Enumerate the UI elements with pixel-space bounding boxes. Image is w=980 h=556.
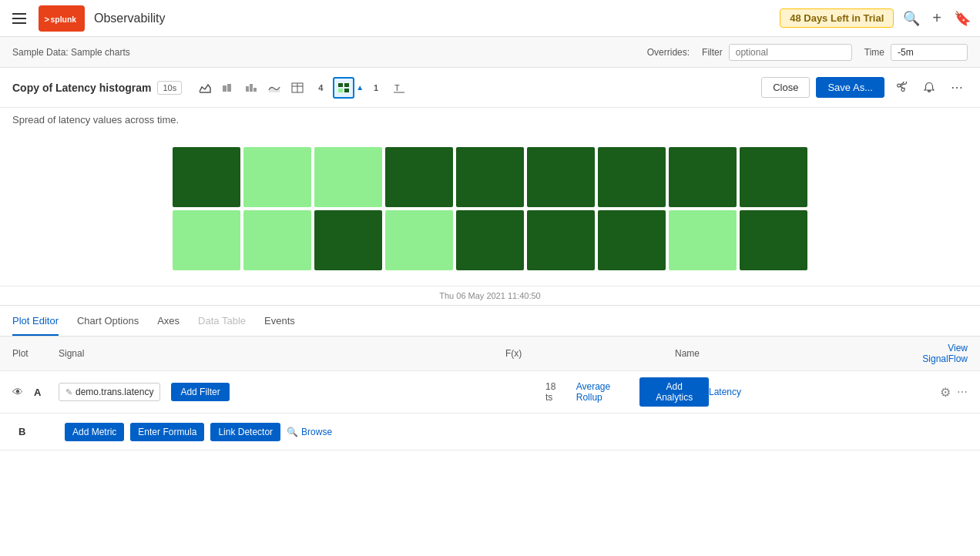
subtitle-bar: Sample Data: Sample charts Overrides: Fi…	[0, 37, 980, 68]
chart-title: Copy of Latency histogram	[12, 82, 151, 94]
view-signalflow-link[interactable]: View SignalFlow	[906, 343, 968, 364]
tab-events[interactable]: Events	[264, 309, 295, 336]
heatmap-cell-1-2[interactable]	[314, 210, 382, 270]
chart-type-num4[interactable]: 4	[310, 77, 331, 99]
search-icon: 🔍	[287, 427, 298, 437]
chart-type-bar[interactable]	[240, 77, 262, 99]
filter-input[interactable]	[729, 44, 852, 61]
tab-chart-options[interactable]: Chart Options	[77, 309, 139, 336]
heatmap-cell-1-8[interactable]	[740, 210, 807, 270]
chart-description: Spread of latency values across time.	[0, 108, 980, 132]
visibility-toggle-a[interactable]: 👁	[12, 386, 23, 398]
settings-icon-a[interactable]: ⚙	[940, 385, 951, 400]
chart-type-text[interactable]: T	[388, 77, 410, 99]
svg-rect-11	[344, 83, 349, 87]
signal-name-a[interactable]: Latency	[709, 387, 741, 397]
save-as-button[interactable]: Save As...	[816, 77, 884, 98]
search-icon[interactable]: 🔍	[903, 10, 920, 27]
alert-icon-button[interactable]	[918, 77, 940, 99]
filter-label: Filter	[702, 47, 723, 58]
chart-type-icons: 4 ▲ 1 T	[194, 77, 410, 99]
col-header-plot: Plot	[12, 348, 59, 359]
plot-letter-a: A	[34, 387, 41, 398]
col-header-name: Name	[675, 348, 906, 359]
heatmap-cell-0-2[interactable]	[314, 147, 382, 207]
more-options-button[interactable]: ⋯	[946, 77, 968, 99]
add-metric-button[interactable]: Add Metric	[65, 423, 124, 441]
tab-plot-editor[interactable]: Plot Editor	[12, 309, 59, 336]
heatmap-cell-0-4[interactable]	[456, 147, 524, 207]
metric-badge-a[interactable]: ✎ demo.trans.latency	[59, 383, 160, 401]
svg-text:>: >	[45, 14, 50, 23]
svg-rect-2	[223, 85, 227, 92]
chart-type-line[interactable]	[217, 77, 239, 99]
bookmark-icon[interactable]: 🔖	[954, 10, 971, 27]
heatmap-cell-1-0[interactable]	[173, 210, 240, 270]
heatmap-cell-1-4[interactable]	[456, 210, 524, 270]
heatmap-row-1	[173, 210, 807, 270]
add-icon[interactable]: +	[932, 9, 941, 27]
editor-tabs: Plot Editor Chart Options Axes Data Tabl…	[0, 306, 980, 337]
chart-type-area[interactable]	[194, 77, 216, 99]
timestamp-text: Thu 06 May 2021 11:40:50	[439, 291, 540, 300]
share-icon-button[interactable]	[891, 77, 912, 99]
col-header-fx: F(x)	[505, 348, 675, 359]
ts-count: 18 ts	[545, 381, 564, 403]
table-row-a: 👁 A ✎ demo.trans.latency Add Filter 18 t…	[0, 371, 980, 414]
time-input[interactable]	[891, 44, 968, 61]
plot-letter-b: B	[18, 426, 25, 437]
heatmap-cell-0-6[interactable]	[598, 147, 666, 207]
metric-name: demo.trans.latency	[76, 387, 153, 397]
chart-type-heatmap[interactable]	[333, 77, 354, 99]
heatmap-cell-0-5[interactable]	[527, 147, 595, 207]
svg-text:splunk: splunk	[51, 15, 77, 23]
close-button[interactable]: Close	[761, 77, 810, 98]
metric-icon: ✎	[65, 387, 72, 397]
chart-header: Copy of Latency histogram 10s 4	[0, 68, 980, 108]
heatmap-row-0	[173, 147, 807, 207]
more-icon-a[interactable]: ⋯	[957, 386, 968, 398]
overrides-label: Overrides:	[647, 47, 690, 58]
hamburger-menu[interactable]	[9, 10, 29, 27]
heatmap-cell-1-6[interactable]	[598, 210, 666, 270]
time-label: Time	[864, 47, 884, 58]
link-detector-button[interactable]: Link Detector	[210, 423, 280, 441]
heatmap-cell-1-5[interactable]	[527, 210, 595, 270]
heatmap-cell-0-7[interactable]	[669, 147, 737, 207]
heatmap-cell-1-7[interactable]	[669, 210, 737, 270]
svg-rect-4	[246, 86, 249, 92]
nav-icons: 🔍 + 🔖	[903, 9, 971, 27]
svg-rect-13	[344, 89, 349, 92]
heatmap-cell-1-3[interactable]	[385, 210, 453, 270]
timestamp-bar: Thu 06 May 2021 11:40:50	[0, 286, 980, 305]
average-rollup-link[interactable]: Average Rollup	[576, 381, 634, 403]
table-header: Plot Signal F(x) Name View SignalFlow	[0, 337, 980, 371]
enter-formula-button[interactable]: Enter Formula	[130, 423, 204, 441]
browse-link[interactable]: 🔍 Browse	[287, 427, 332, 437]
tab-data-table: Data Table	[198, 309, 246, 336]
chart-area	[0, 132, 980, 286]
svg-rect-12	[338, 89, 343, 92]
plot-editor: Plot Editor Chart Options Axes Data Tabl…	[0, 305, 980, 450]
svg-rect-6	[253, 88, 257, 92]
active-indicator: ▲	[356, 83, 364, 92]
chart-type-area2[interactable]	[263, 77, 285, 99]
sample-data-label: Sample Data: Sample charts	[12, 47, 641, 58]
heatmap-grid	[173, 147, 807, 270]
time-badge: 10s	[157, 81, 182, 95]
heatmap-cell-0-8[interactable]	[740, 147, 807, 207]
heatmap-cell-0-1[interactable]	[243, 147, 311, 207]
splunk-logo: > splunk	[39, 5, 85, 32]
heatmap-cell-0-0[interactable]	[173, 147, 240, 207]
trial-badge: 48 Days Left in Trial	[780, 8, 894, 28]
add-filter-button[interactable]: Add Filter	[171, 383, 229, 401]
add-analytics-button[interactable]: Add Analytics	[639, 377, 709, 407]
chart-type-single[interactable]: 1	[365, 77, 387, 99]
col-header-signal: Signal	[59, 348, 505, 359]
heatmap-cell-0-3[interactable]	[385, 147, 453, 207]
top-nav: > splunk Observability 48 Days Left in T…	[0, 0, 980, 37]
heatmap-cell-1-1[interactable]	[243, 210, 311, 270]
chart-type-table[interactable]	[287, 77, 308, 99]
table-row-b: B Add Metric Enter Formula Link Detector…	[0, 414, 980, 450]
tab-axes[interactable]: Axes	[157, 309, 180, 336]
